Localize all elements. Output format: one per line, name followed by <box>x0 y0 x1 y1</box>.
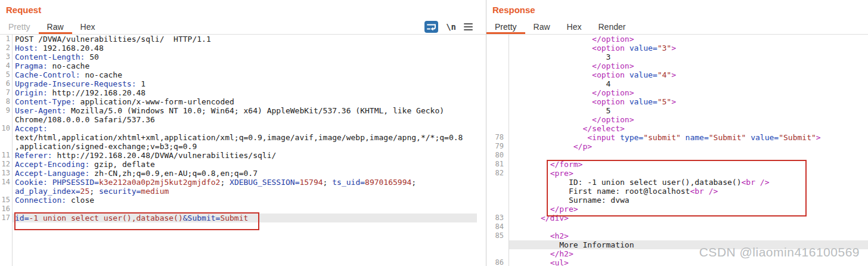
line-number: 78 <box>486 133 509 142</box>
line-number <box>486 124 509 133</box>
tab-raw[interactable]: Raw <box>39 18 72 34</box>
line-number <box>486 187 509 196</box>
code-line: 4Pragma: no-cache <box>0 61 477 70</box>
response-panel: Response PrettyRawHexRender </option> <o… <box>486 0 868 266</box>
code-line: 10Accept: <box>0 124 477 133</box>
tab-hex[interactable]: Hex <box>559 18 590 34</box>
line-number: 13 <box>0 169 12 178</box>
wrap-lines-icon[interactable] <box>424 21 438 33</box>
tab-pretty[interactable]: Pretty <box>0 18 39 34</box>
line-number <box>486 52 509 61</box>
code-line: 15Connection: close <box>0 196 477 205</box>
line-content: ,application/signed-exchange;v=b3;q=0.9 <box>12 142 477 151</box>
line-content: </form> <box>509 160 868 169</box>
code-line: 7Origin: http://192.168.20.48 <box>0 88 477 97</box>
request-tabbar: PrettyRawHex \n <box>0 18 486 35</box>
burp-message-editor: Request PrettyRawHex \n 1POST /DVWA/vuln… <box>0 0 868 266</box>
code-line: </option> <box>486 88 868 97</box>
line-number: 2 <box>0 44 12 52</box>
line-content: </select> <box>509 124 868 133</box>
line-content: Referer: http://192.168.20.48/DVWA/vulne… <box>12 151 477 160</box>
line-content: <input type="submit" name="Submit" value… <box>509 133 868 142</box>
code-line: 5 <box>486 106 868 115</box>
code-line: Surname: dvwa <box>486 196 868 205</box>
code-line: </option> <box>486 115 868 124</box>
code-line: ID: -1 union select user(),database()<br… <box>486 178 868 187</box>
line-content: </pre> <box>509 205 868 214</box>
line-content: Pragma: no-cache <box>12 61 477 70</box>
line-number: 6 <box>0 79 12 88</box>
line-number: 10 <box>0 124 12 133</box>
line-content: User-Agent: Mozilla/5.0 (Windows NT 10.0… <box>12 106 477 115</box>
line-content: Origin: http://192.168.20.48 <box>12 88 477 97</box>
code-line: 12Accept-Encoding: gzip, deflate <box>0 160 477 169</box>
line-content: Accept-Language: zh-CN,zh;q=0.9,en-AU;q=… <box>12 169 477 178</box>
line-content: Connection: close <box>12 196 477 205</box>
line-content <box>509 151 868 160</box>
tab-render[interactable]: Render <box>590 18 634 34</box>
code-line: 3Content-Length: 50 <box>0 52 477 61</box>
show-newlines-icon[interactable]: \n <box>446 22 456 32</box>
line-number <box>486 196 509 205</box>
code-line: 81 </form> <box>486 160 868 169</box>
response-viewer[interactable]: </option> <option value="3"> 3 </option>… <box>486 35 868 266</box>
response-panel-title: Response <box>492 5 535 15</box>
editor-menu-icon[interactable] <box>464 23 473 30</box>
code-line: 78 <input type="submit" name="Submit" va… <box>486 133 868 142</box>
tab-pretty[interactable]: Pretty <box>486 18 525 34</box>
line-content <box>509 222 868 231</box>
line-content: Content-Length: 50 <box>12 52 477 61</box>
line-content: 4 <box>509 79 868 88</box>
line-content: id=-1 union select user(),database()&Sub… <box>12 214 477 222</box>
tab-raw[interactable]: Raw <box>525 18 559 34</box>
line-content: Cookie: PHPSESSID=k3e212a0a0p2mj5kut2gmj… <box>12 178 477 187</box>
code-line: <option value="5"> <box>486 97 868 106</box>
line-content: </p> <box>509 142 868 151</box>
line-number: 81 <box>486 160 509 169</box>
line-number: 9 <box>0 106 12 115</box>
code-line: </pre> <box>486 205 868 214</box>
code-line: Chrome/108.0.0.0 Safari/537.36 <box>0 115 477 124</box>
request-panel-title: Request <box>6 5 41 15</box>
line-content: 3 <box>509 52 868 61</box>
line-content: Host: 192.168.20.48 <box>12 44 477 52</box>
line-number: 1 <box>0 35 12 44</box>
line-number: 12 <box>0 160 12 169</box>
line-number <box>0 142 12 151</box>
line-number <box>0 115 12 124</box>
line-content: </option> <box>509 115 868 124</box>
line-number: 83 <box>486 214 509 222</box>
request-panel: Request PrettyRawHex \n 1POST /DVWA/vuln… <box>0 0 486 266</box>
line-number: 82 <box>486 169 509 178</box>
response-tabbar: PrettyRawHexRender <box>486 18 868 35</box>
line-number <box>486 61 509 70</box>
line-content: <option value="3"> <box>509 44 868 52</box>
code-line: 82 <pre> <box>486 169 868 178</box>
line-content: text/html,application/xhtml+xml,applicat… <box>12 133 477 142</box>
line-number: 79 <box>486 142 509 151</box>
line-number: 84 <box>486 222 509 231</box>
line-number: 16 <box>0 205 12 214</box>
line-content: <h2> <box>509 231 868 240</box>
code-line: 3 <box>486 52 868 61</box>
code-line: 17id=-1 union select user(),database()&S… <box>0 214 477 222</box>
line-number: 7 <box>0 88 12 97</box>
request-editor[interactable]: 1POST /DVWA/vulnerabilities/sqli/ HTTP/1… <box>0 35 477 266</box>
line-number: 17 <box>0 214 12 222</box>
code-line: 9User-Agent: Mozilla/5.0 (Windows NT 10.… <box>0 106 477 115</box>
line-content: <pre> <box>509 169 868 178</box>
line-number: 4 <box>0 61 12 70</box>
line-number: 11 <box>0 151 12 160</box>
line-number <box>486 79 509 88</box>
line-number <box>486 240 509 249</box>
code-line: 85 <h2> <box>486 231 868 240</box>
line-number: 85 <box>486 231 509 240</box>
line-content: </option> <box>509 61 868 70</box>
line-content: Cache-Control: no-cache <box>12 70 477 79</box>
response-tabs: PrettyRawHexRender <box>486 18 868 34</box>
tab-hex[interactable]: Hex <box>72 18 104 34</box>
line-number: 15 <box>0 196 12 205</box>
code-line: 8Content-Type: application/x-www-form-ur… <box>0 97 477 106</box>
request-tabs: PrettyRawHex <box>0 18 486 34</box>
line-number: 86 <box>486 258 509 266</box>
